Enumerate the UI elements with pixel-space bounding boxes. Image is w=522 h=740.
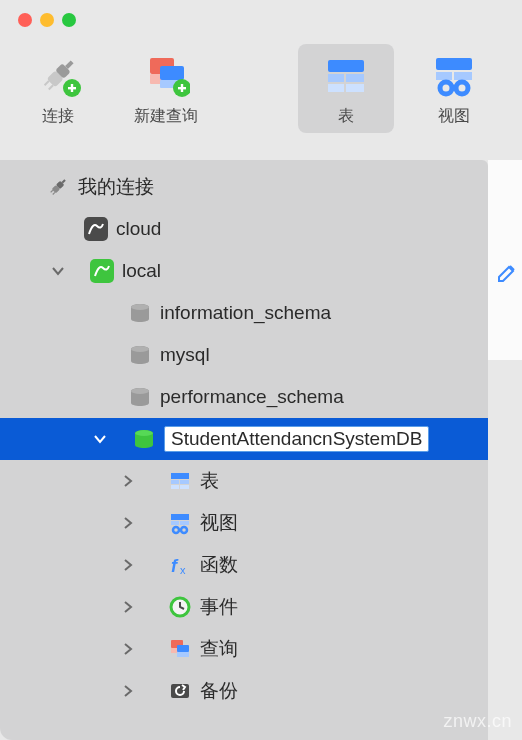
database-icon: [126, 383, 154, 411]
database-active-icon: [130, 425, 158, 453]
chevron-down-icon[interactable]: [90, 429, 110, 449]
svg-rect-1: [44, 80, 50, 86]
svg-rect-7: [71, 84, 73, 92]
svg-rect-14: [181, 84, 183, 92]
svg-point-40: [135, 430, 153, 436]
db-label: performance_schema: [160, 386, 344, 408]
tree-local-label: local: [122, 260, 161, 282]
svg-rect-10: [160, 66, 184, 80]
tree-sub-functions[interactable]: fx 函数: [0, 544, 488, 586]
sub-label: 备份: [200, 678, 238, 704]
svg-rect-45: [180, 485, 189, 489]
tree-root-label: 我的连接: [78, 174, 154, 200]
tree-connection-cloud[interactable]: cloud: [0, 208, 488, 250]
chevron-right-icon[interactable]: [118, 639, 138, 659]
table-tab[interactable]: 表: [298, 44, 394, 133]
plug-small-icon: [44, 173, 72, 201]
maximize-window-button[interactable]: [62, 13, 76, 27]
svg-rect-16: [328, 74, 344, 82]
new-query-button[interactable]: 新建查询: [118, 44, 214, 133]
edit-icon[interactable]: [496, 260, 520, 284]
mysql-green-icon: [88, 257, 116, 285]
chevron-right-icon[interactable]: [118, 597, 138, 617]
tree-sub-tables[interactable]: 表: [0, 460, 488, 502]
tree-db-student-attendance[interactable]: StudentAttendancnSystemDB: [0, 418, 488, 460]
main-toolbar: 连接 新建查询 表: [0, 40, 522, 141]
svg-rect-28: [52, 192, 55, 195]
clock-icon: [166, 593, 194, 621]
chevron-right-icon[interactable]: [118, 513, 138, 533]
connect-label: 连接: [42, 106, 74, 127]
view-tab-label: 视图: [438, 106, 470, 127]
sidebar-tree: 我的连接 cloud local information_: [0, 160, 488, 740]
tree-sub-events[interactable]: 事件: [0, 586, 488, 628]
watermark-text: znwx.cn: [443, 711, 512, 732]
svg-text:x: x: [180, 564, 186, 576]
sub-label: 事件: [200, 594, 238, 620]
close-window-button[interactable]: [18, 13, 32, 27]
tree-cloud-label: cloud: [116, 218, 161, 240]
tree-db-performance-schema[interactable]: performance_schema: [0, 376, 488, 418]
sub-label: 表: [200, 468, 219, 494]
tree-db-information-schema[interactable]: information_schema: [0, 292, 488, 334]
view-tab[interactable]: 视图: [406, 44, 502, 133]
svg-rect-46: [171, 514, 189, 520]
tree-connection-local[interactable]: local: [0, 250, 488, 292]
sub-label: 视图: [200, 510, 238, 536]
tree-sub-views[interactable]: 视图: [0, 502, 488, 544]
svg-rect-43: [180, 480, 189, 484]
svg-rect-32: [90, 259, 114, 283]
view-icon: [430, 52, 478, 100]
window-titlebar: [0, 0, 522, 40]
backup-icon: [166, 677, 194, 705]
sub-label: 查询: [200, 636, 238, 662]
svg-rect-25: [450, 86, 458, 90]
svg-rect-21: [436, 72, 452, 80]
db-name-edit-field[interactable]: StudentAttendancnSystemDB: [164, 426, 429, 452]
svg-point-36: [131, 346, 149, 352]
svg-rect-48: [180, 521, 189, 525]
new-query-icon: [142, 52, 190, 100]
svg-rect-2: [48, 84, 54, 90]
query-icon: [166, 635, 194, 663]
db-label: information_schema: [160, 302, 331, 324]
svg-point-34: [131, 304, 149, 310]
svg-rect-57: [177, 645, 189, 652]
db-label: mysql: [160, 344, 210, 366]
svg-rect-44: [171, 485, 179, 489]
tree-db-mysql[interactable]: mysql: [0, 334, 488, 376]
table-icon: [322, 52, 370, 100]
svg-point-38: [131, 388, 149, 394]
new-query-label: 新建查询: [134, 106, 198, 127]
minimize-window-button[interactable]: [40, 13, 54, 27]
svg-rect-31: [84, 217, 108, 241]
tree-sub-queries[interactable]: 查询: [0, 628, 488, 670]
database-icon: [126, 299, 154, 327]
svg-rect-22: [454, 72, 472, 80]
svg-rect-15: [328, 60, 364, 72]
svg-rect-20: [436, 58, 472, 70]
mysql-dark-icon: [82, 215, 110, 243]
svg-rect-17: [346, 74, 364, 82]
tables-icon: [166, 467, 194, 495]
chevron-right-icon[interactable]: [118, 555, 138, 575]
svg-rect-47: [171, 521, 179, 525]
function-icon: fx: [166, 551, 194, 579]
sub-label: 函数: [200, 552, 238, 578]
svg-rect-51: [178, 529, 182, 531]
chevron-right-icon[interactable]: [118, 681, 138, 701]
tree-root-connections[interactable]: 我的连接: [0, 166, 488, 208]
plug-icon: [34, 52, 82, 100]
svg-rect-41: [171, 473, 189, 479]
connect-button[interactable]: 连接: [10, 44, 106, 133]
svg-rect-27: [50, 190, 53, 193]
svg-rect-42: [171, 480, 179, 484]
chevron-down-icon[interactable]: [48, 261, 68, 281]
svg-rect-19: [346, 84, 364, 92]
table-tab-label: 表: [338, 106, 354, 127]
chevron-right-icon[interactable]: [118, 471, 138, 491]
svg-rect-58: [177, 652, 189, 657]
svg-text:f: f: [171, 556, 179, 576]
svg-rect-18: [328, 84, 344, 92]
tree-sub-backups[interactable]: 备份: [0, 670, 488, 712]
